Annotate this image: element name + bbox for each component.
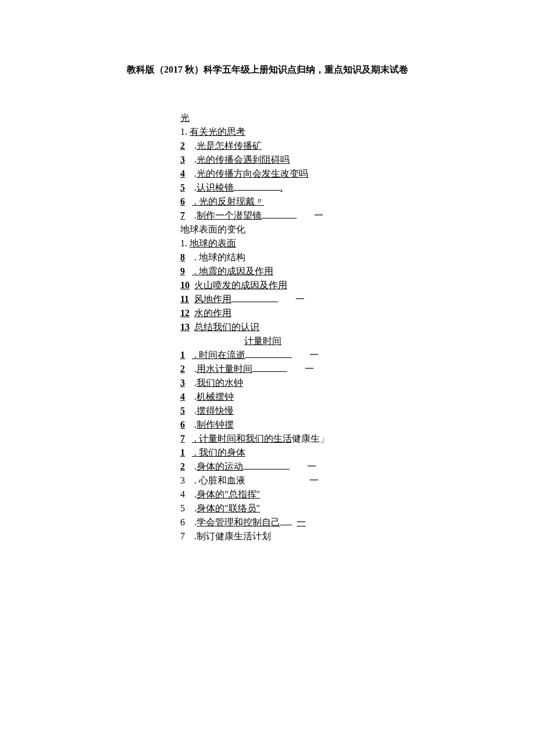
toc-item: 4 .机械摆钟 — [180, 390, 454, 404]
toc-item: 8 . 地球的结构 — [180, 250, 454, 264]
unit3-heading: 计量时间 — [180, 334, 454, 348]
unit2-heading: 地球表面的变化 — [180, 223, 454, 237]
toc-item: 2 .光是怎样传播矿 — [180, 139, 454, 153]
toc-item: 3 .光的传播会遇到阻碍吗 — [180, 153, 454, 167]
toc-item: 3 . 心脏和血液一 — [180, 474, 454, 488]
toc-item: 1 . 时间在流逝一 — [180, 348, 454, 362]
toc-item: 9 . 地震的成因及作用 — [180, 264, 454, 278]
toc-item: 5 .身体的"联络员" — [180, 501, 454, 515]
toc-item: 2 .身体的运动一 — [180, 460, 454, 474]
toc-item: 4 .光的传播方向会发生改变吗 — [180, 167, 454, 181]
document-title: 教科版（2017 秋）科学五年级上册知识点归纳，重点知识及期末试卷 — [0, 64, 535, 111]
toc-item: 10 火山喷发的成因及作用 — [180, 278, 454, 292]
toc-item: 6 . 光的反射现戴〃 — [180, 195, 454, 209]
toc-item: 7 .制订健康生活计划 — [180, 529, 454, 543]
unit1-heading: 光 — [180, 111, 454, 125]
toc-item: 1. 地球的表面 — [180, 237, 454, 250]
toc-item: 5 .认识棱镜. — [180, 181, 454, 195]
toc-item: 11 风地作用一 — [180, 292, 454, 306]
toc-item: 6 .制作钟摆 — [180, 418, 454, 432]
toc-item: 1 . 我们的身体 — [180, 446, 454, 460]
toc-item: 12 水的作用 — [180, 306, 454, 320]
toc-content: 光 1. 有关光的思考 2 .光是怎样传播矿 3 .光的传播会遇到阻碍吗 4 .… — [0, 111, 535, 543]
toc-item: 5 .摆得快慢 — [180, 404, 454, 418]
toc-item: 13 总结我们的认识 — [180, 320, 454, 334]
toc-item: 4 .身体的"总指挥" — [180, 488, 454, 501]
toc-item: 6 .学会管理和控制自己 一 — [180, 515, 454, 529]
toc-item: 2 .用水计量时间一 — [180, 362, 454, 376]
toc-item: 7 . 计量时间和我们的生活健康生」 — [180, 432, 454, 446]
toc-item: 7 .制作一个潜望镜一 — [180, 209, 454, 223]
toc-item: 1. 有关光的思考 — [180, 125, 454, 139]
toc-item: 3 .我们的水钟 — [180, 376, 454, 390]
